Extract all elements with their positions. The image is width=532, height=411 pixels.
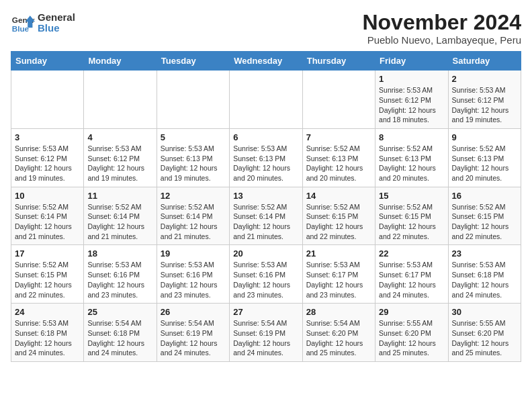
cell-info: Sunrise: 5:52 AM Sunset: 6:14 PM Dayligh… [87,202,152,242]
logo-text-general: General [38,12,75,24]
cell-info: Sunrise: 5:52 AM Sunset: 6:14 PM Dayligh… [15,202,80,242]
day-number: 24 [15,307,80,317]
day-number: 18 [87,248,152,259]
day-number: 7 [306,132,371,142]
logo: General Blue General Blue [11,11,75,35]
calendar-cell: 7Sunrise: 5:52 AM Sunset: 6:13 PM Daylig… [302,128,375,187]
weekday-header-friday: Friday [375,52,448,71]
calendar-cell [302,71,375,129]
cell-info: Sunrise: 5:53 AM Sunset: 6:17 PM Dayligh… [379,260,444,300]
day-number: 14 [306,191,371,201]
day-number: 16 [452,191,517,201]
title-block: November 2024 Pueblo Nuevo, Lambayeque, … [362,11,521,46]
cell-info: Sunrise: 5:53 AM Sunset: 6:12 PM Dayligh… [87,144,152,183]
cell-info: Sunrise: 5:55 AM Sunset: 6:20 PM Dayligh… [379,318,444,358]
day-number: 4 [87,132,152,142]
day-number: 19 [161,248,226,259]
cell-info: Sunrise: 5:53 AM Sunset: 6:13 PM Dayligh… [161,144,226,183]
calendar-cell: 16Sunrise: 5:52 AM Sunset: 6:15 PM Dayli… [448,187,521,245]
day-number: 6 [233,132,298,142]
calendar-cell [11,71,84,129]
cell-info: Sunrise: 5:53 AM Sunset: 6:16 PM Dayligh… [161,260,226,300]
calendar-cell: 18Sunrise: 5:53 AM Sunset: 6:16 PM Dayli… [84,245,157,304]
calendar-table: SundayMondayTuesdayWednesdayThursdayFrid… [11,51,521,362]
calendar-cell: 12Sunrise: 5:52 AM Sunset: 6:14 PM Dayli… [157,187,229,245]
week-row-1: 1Sunrise: 5:53 AM Sunset: 6:12 PM Daylig… [11,71,521,129]
day-number: 30 [452,307,517,317]
calendar-cell: 10Sunrise: 5:52 AM Sunset: 6:14 PM Dayli… [11,187,84,245]
day-number: 11 [87,191,152,201]
calendar-cell: 5Sunrise: 5:53 AM Sunset: 6:13 PM Daylig… [157,128,229,187]
day-number: 12 [161,191,226,201]
calendar-cell: 15Sunrise: 5:52 AM Sunset: 6:15 PM Dayli… [375,187,448,245]
weekday-header-tuesday: Tuesday [157,52,229,71]
weekday-header-monday: Monday [84,52,157,71]
calendar-cell: 25Sunrise: 5:54 AM Sunset: 6:18 PM Dayli… [84,304,157,362]
week-row-5: 24Sunrise: 5:53 AM Sunset: 6:18 PM Dayli… [11,304,521,362]
cell-info: Sunrise: 5:52 AM Sunset: 6:14 PM Dayligh… [161,202,226,242]
day-number: 15 [379,191,444,201]
calendar-cell: 29Sunrise: 5:55 AM Sunset: 6:20 PM Dayli… [375,304,448,362]
calendar-cell: 30Sunrise: 5:55 AM Sunset: 6:20 PM Dayli… [448,304,521,362]
day-number: 23 [452,248,517,259]
calendar-cell: 20Sunrise: 5:53 AM Sunset: 6:16 PM Dayli… [230,245,302,304]
cell-info: Sunrise: 5:54 AM Sunset: 6:19 PM Dayligh… [161,318,226,358]
day-number: 13 [233,191,298,201]
cell-info: Sunrise: 5:54 AM Sunset: 6:18 PM Dayligh… [87,318,152,358]
calendar-cell: 27Sunrise: 5:54 AM Sunset: 6:19 PM Dayli… [230,304,302,362]
calendar-cell [157,71,229,129]
day-number: 21 [306,248,371,259]
cell-info: Sunrise: 5:53 AM Sunset: 6:16 PM Dayligh… [87,260,152,300]
logo-text-blue: Blue [38,23,75,34]
calendar-cell: 24Sunrise: 5:53 AM Sunset: 6:18 PM Dayli… [11,304,84,362]
svg-text:Blue: Blue [12,24,30,33]
calendar-cell: 17Sunrise: 5:52 AM Sunset: 6:15 PM Dayli… [11,245,84,304]
cell-info: Sunrise: 5:54 AM Sunset: 6:19 PM Dayligh… [233,318,298,358]
calendar-cell: 2Sunrise: 5:53 AM Sunset: 6:12 PM Daylig… [448,71,521,129]
calendar-cell: 19Sunrise: 5:53 AM Sunset: 6:16 PM Dayli… [157,245,229,304]
logo-icon: General Blue [11,11,35,35]
calendar-cell [84,71,157,129]
cell-info: Sunrise: 5:52 AM Sunset: 6:13 PM Dayligh… [452,144,517,183]
cell-info: Sunrise: 5:52 AM Sunset: 6:15 PM Dayligh… [306,202,371,242]
day-number: 5 [161,132,226,142]
cell-info: Sunrise: 5:53 AM Sunset: 6:16 PM Dayligh… [233,260,298,300]
day-number: 29 [379,307,444,317]
cell-info: Sunrise: 5:53 AM Sunset: 6:13 PM Dayligh… [233,144,298,183]
calendar-cell: 6Sunrise: 5:53 AM Sunset: 6:13 PM Daylig… [230,128,302,187]
calendar-cell: 23Sunrise: 5:53 AM Sunset: 6:18 PM Dayli… [448,245,521,304]
weekday-header-thursday: Thursday [302,52,375,71]
cell-info: Sunrise: 5:52 AM Sunset: 6:13 PM Dayligh… [306,144,371,183]
cell-info: Sunrise: 5:53 AM Sunset: 6:12 PM Dayligh… [15,144,80,183]
day-number: 25 [87,307,152,317]
cell-info: Sunrise: 5:53 AM Sunset: 6:17 PM Dayligh… [306,260,371,300]
location-subtitle: Pueblo Nuevo, Lambayeque, Peru [362,34,521,46]
calendar-cell: 11Sunrise: 5:52 AM Sunset: 6:14 PM Dayli… [84,187,157,245]
cell-info: Sunrise: 5:55 AM Sunset: 6:20 PM Dayligh… [452,318,517,358]
day-number: 2 [452,74,517,84]
day-number: 27 [233,307,298,317]
cell-info: Sunrise: 5:53 AM Sunset: 6:12 PM Dayligh… [379,85,444,125]
calendar-cell: 26Sunrise: 5:54 AM Sunset: 6:19 PM Dayli… [157,304,229,362]
cell-info: Sunrise: 5:53 AM Sunset: 6:12 PM Dayligh… [452,85,517,125]
day-number: 8 [379,132,444,142]
cell-info: Sunrise: 5:53 AM Sunset: 6:18 PM Dayligh… [452,260,517,300]
day-number: 10 [15,191,80,201]
day-number: 17 [15,248,80,259]
calendar-cell: 14Sunrise: 5:52 AM Sunset: 6:15 PM Dayli… [302,187,375,245]
day-number: 20 [233,248,298,259]
calendar-cell: 3Sunrise: 5:53 AM Sunset: 6:12 PM Daylig… [11,128,84,187]
cell-info: Sunrise: 5:53 AM Sunset: 6:18 PM Dayligh… [15,318,80,358]
day-number: 9 [452,132,517,142]
day-number: 22 [379,248,444,259]
weekday-header-saturday: Saturday [448,52,521,71]
day-number: 1 [379,74,444,84]
calendar-cell: 28Sunrise: 5:54 AM Sunset: 6:20 PM Dayli… [302,304,375,362]
calendar-cell: 21Sunrise: 5:53 AM Sunset: 6:17 PM Dayli… [302,245,375,304]
day-number: 26 [161,307,226,317]
calendar-cell: 22Sunrise: 5:53 AM Sunset: 6:17 PM Dayli… [375,245,448,304]
calendar-cell: 13Sunrise: 5:52 AM Sunset: 6:14 PM Dayli… [230,187,302,245]
cell-info: Sunrise: 5:52 AM Sunset: 6:15 PM Dayligh… [15,260,80,300]
day-number: 28 [306,307,371,317]
cell-info: Sunrise: 5:52 AM Sunset: 6:14 PM Dayligh… [233,202,298,242]
